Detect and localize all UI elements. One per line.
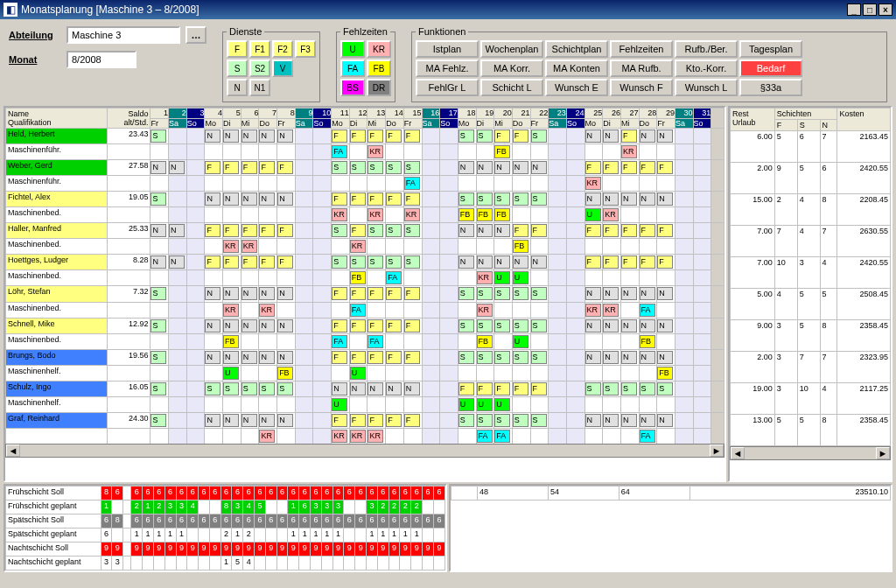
cell[interactable]: N [494,160,513,176]
cell[interactable] [675,302,693,318]
cell[interactable] [584,239,603,255]
cell[interactable] [295,381,313,396]
cell[interactable] [259,176,277,192]
cell[interactable]: F [403,349,422,365]
cell[interactable]: F [368,129,386,144]
cell[interactable]: KR [476,302,494,318]
cell[interactable] [494,333,513,349]
cell[interactable] [476,365,494,381]
cell[interactable] [277,176,296,192]
cell[interactable]: N [584,412,603,428]
cell[interactable]: FB [639,333,657,349]
cell[interactable]: S [150,318,169,333]
cell[interactable] [458,302,476,318]
funk-MAKonten-button[interactable]: MA Konten [545,60,608,77]
cell[interactable]: S [584,381,603,396]
cell[interactable] [440,255,458,270]
cell[interactable] [675,286,693,302]
cell[interactable]: F [259,255,277,270]
cell[interactable]: N [639,318,657,333]
cell[interactable] [403,365,422,381]
cell[interactable] [205,396,223,412]
cell[interactable] [440,160,458,176]
cell[interactable]: F [386,349,404,365]
cell[interactable]: S [368,255,386,270]
cell[interactable] [332,270,350,286]
scroll-left-icon[interactable]: ◄ [6,444,20,457]
cell[interactable] [584,428,603,444]
cell[interactable] [440,129,458,144]
cell[interactable] [603,270,621,286]
cell[interactable] [186,176,205,192]
cell[interactable] [566,412,584,428]
cell[interactable]: N [349,381,368,396]
cell[interactable] [657,144,676,160]
cell[interactable] [169,428,187,444]
cell[interactable] [693,333,711,349]
cell[interactable] [603,428,621,444]
cell[interactable] [169,318,187,333]
cell[interactable]: N [494,255,513,270]
cell[interactable] [313,428,332,444]
cell[interactable]: N [584,129,603,144]
funk-Fehlzeiten-button[interactable]: Fehlzeiten [610,40,673,58]
cell[interactable]: N [223,412,242,428]
cell[interactable] [566,428,584,444]
cell[interactable] [169,412,187,428]
cell[interactable]: N [476,160,494,176]
cell[interactable] [313,207,332,223]
cell[interactable] [277,239,296,255]
cell[interactable]: F [349,318,368,333]
cell[interactable]: S [494,349,513,365]
emp-name[interactable]: Fichtel, Alex [6,192,108,207]
cell[interactable]: N [584,286,603,302]
cell[interactable] [368,176,386,192]
cell[interactable] [675,160,693,176]
cell[interactable] [693,207,711,223]
cell[interactable]: N [277,318,296,333]
cell[interactable]: N [639,286,657,302]
cell[interactable] [186,333,205,349]
cell[interactable] [657,428,676,444]
cell[interactable] [584,270,603,286]
kr-button[interactable]: KR [367,40,391,58]
cell[interactable] [313,286,332,302]
cell[interactable]: N [169,255,187,270]
cell[interactable]: F [620,223,639,239]
cell[interactable] [332,302,350,318]
cell[interactable]: S [223,381,242,396]
cell[interactable]: F [205,223,223,239]
cell[interactable]: FA [368,333,386,349]
cell[interactable] [150,270,169,286]
cell[interactable] [530,176,549,192]
cell[interactable] [386,207,404,223]
cell[interactable] [566,349,584,365]
cell[interactable] [186,255,205,270]
cell[interactable] [241,207,259,223]
cell[interactable]: N [620,286,639,302]
funk-a-button[interactable]: §33a [739,79,802,96]
cell[interactable] [530,333,549,349]
cell[interactable]: N [150,223,169,239]
funk-MAFehlz-button[interactable]: MA Fehlz. [416,60,479,77]
cell[interactable] [368,239,386,255]
cell[interactable]: S [150,129,169,144]
cell[interactable] [693,270,711,286]
cell[interactable] [530,428,549,444]
cell[interactable] [693,255,711,270]
cell[interactable] [675,412,693,428]
cell[interactable]: N [277,192,296,207]
cell[interactable] [313,333,332,349]
cell[interactable] [223,207,242,223]
cell[interactable]: N [458,160,476,176]
cell[interactable] [422,207,440,223]
cell[interactable] [639,365,657,381]
cell[interactable] [620,302,639,318]
cell[interactable] [440,302,458,318]
cell[interactable]: F [512,223,530,239]
cell[interactable]: N [241,286,259,302]
cell[interactable]: U [512,333,530,349]
cell[interactable] [549,207,567,223]
cell[interactable] [693,176,711,192]
cell[interactable] [620,176,639,192]
